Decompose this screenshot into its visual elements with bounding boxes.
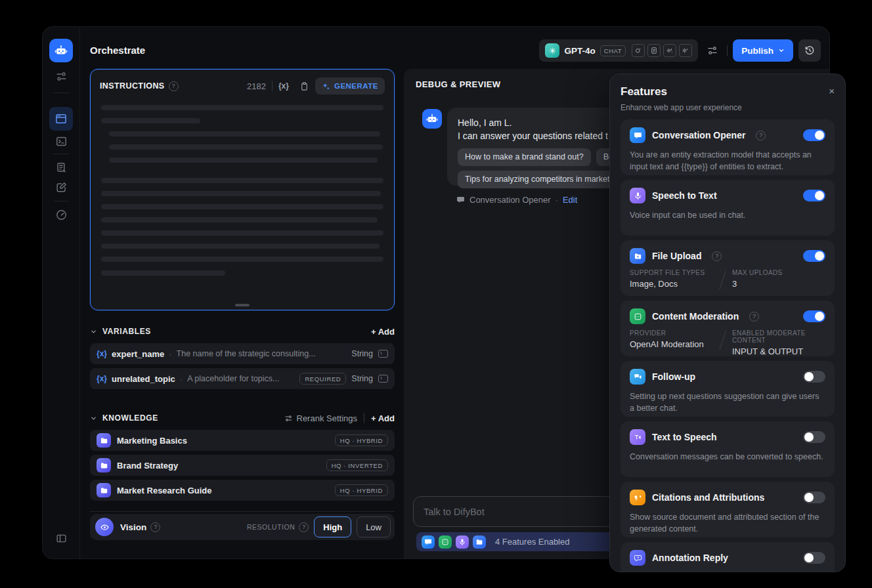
tune-icon [55,70,68,83]
insert-variable-button[interactable]: {x} [278,81,289,91]
feature-description: Setting up next questions suggestion can… [630,390,825,414]
knowledge-row[interactable]: Market Research Guide HQ · HYBRID [90,480,395,501]
text-input-icon [378,375,388,383]
variable-name: unrelated_topic [112,374,175,384]
model-name: GPT-4o [564,46,595,56]
sidebar-item-monitoring[interactable] [51,204,72,225]
feature-card-file-upload: File Upload ? SUPPORT FILE TYPES Image, … [621,240,835,296]
instructions-panel[interactable]: INSTRUCTIONS ? 2182 {x} [90,69,395,310]
features-subtitle: Enhance web app user experience [621,103,742,112]
chevron-down-icon[interactable] [90,328,97,335]
help-icon[interactable]: ? [712,251,722,261]
content-moderation-icon [630,308,645,324]
feature-description: Manually add high-quality reply as annot… [630,572,825,572]
help-icon[interactable]: ? [749,312,759,322]
slash-divider [719,331,726,350]
canvas: { "app": { "title": "Orchestrate" }, "to… [0,0,872,588]
speech-to-text-toggle[interactable] [803,190,825,201]
feature-title: File Upload [652,251,701,261]
close-icon[interactable]: × [829,86,835,96]
model-selector[interactable]: ✳ GPT-4o CHAT [539,39,698,62]
help-icon[interactable]: ? [169,81,179,91]
text-to-speech-toggle[interactable] [803,431,825,443]
resolution-high-button[interactable]: High [314,516,351,537]
copy-button[interactable] [299,81,309,91]
separator-dot: · [180,374,183,384]
help-icon[interactable]: ? [150,522,160,532]
help-icon[interactable]: ? [299,522,309,532]
skeleton-line [101,230,383,236]
variable-name: expert_name [112,349,164,359]
generate-button[interactable]: GENERATE [315,77,385,94]
feature-title: Citations and Attributions [652,492,764,503]
logs-icon [55,161,68,174]
feature-card-follow-up: Follow-up Setting up next questions sugg… [621,361,835,417]
sidebar-item-annotation[interactable] [51,177,72,198]
rerank-settings-label: Rerank Settings [297,413,358,423]
dataset-name: Marketing Basics [117,436,187,446]
model-capabilities [632,44,692,57]
bot-avatar [422,109,442,129]
features-card-list: Conversation Opener ? You are an entity … [621,119,835,572]
content-moderation-icon [439,536,452,549]
instructions-title: INSTRUCTIONS [100,81,165,91]
variable-row[interactable]: {x} expert_name · The name of the strate… [90,343,395,364]
resolution-low-button[interactable]: Low [357,516,391,537]
section-divider [90,511,395,512]
publish-button[interactable]: Publish [733,39,793,62]
resize-handle[interactable] [235,304,250,306]
sidebar-item-app-preview[interactable] [49,107,73,131]
variable-icon: {x} [97,374,107,383]
text-to-speech-icon [630,429,645,445]
document-capability-icon [647,44,661,57]
suggested-question-chip[interactable]: Tips for analyzing competitors in market [458,171,617,188]
robot-logo[interactable] [49,39,73,62]
knowledge-row[interactable]: Brand Strategy HQ · INVERTED [90,455,395,476]
edit-opener-link[interactable]: Edit [563,195,577,205]
citations-toggle[interactable] [803,492,825,503]
feature-title: Text to Speech [652,432,717,442]
follow-up-toggle[interactable] [803,371,825,383]
left-rail [43,27,80,558]
feature-title: Annotation Reply [652,553,728,563]
app-preview-icon [54,112,68,125]
content-moderation-toggle[interactable] [803,310,825,322]
file-upload-icon [473,536,486,549]
feature-description: You are an entity extraction model that … [630,149,825,173]
feature-description: Conversation messages can be converted t… [630,451,825,463]
collapse-panel-button[interactable] [51,528,72,549]
sidebar-item-logs[interactable] [51,157,72,178]
variable-description: The name of the strategic consulting... [177,349,347,358]
suggested-question-chip[interactable]: How to make a brand stand out? [458,148,591,166]
meta-label: ENABLED MODERATE CONTENT [732,329,825,344]
add-knowledge-button[interactable]: + Add [371,413,395,423]
rail-divider [53,154,69,154]
add-variable-button[interactable]: + Add [371,327,395,337]
sidebar-item-tune[interactable] [51,66,72,87]
knowledge-row[interactable]: Marketing Basics HQ · HYBRID [90,430,395,451]
variable-row[interactable]: {x} unrelated_topic · A placeholder for … [90,368,395,389]
page-title: Orchestrate [90,45,145,56]
feature-description: Show source document and attributed sect… [630,511,825,535]
retrieval-badge: HQ · HYBRID [335,434,388,446]
skeleton-line [101,204,383,209]
feature-title: Conversation Opener [652,130,745,140]
dataset-folder-icon [97,458,111,472]
file-upload-toggle[interactable] [803,250,825,262]
text-input-icon [378,350,388,358]
robot-icon [54,43,68,58]
sidebar-item-terminal[interactable] [51,131,72,152]
feature-card-text-to-speech: Text to Speech Conversation messages can… [621,421,835,477]
clipboard-icon [299,81,309,91]
resolution-label: RESOLUTION [247,523,295,531]
conversation-opener-toggle[interactable] [803,129,825,141]
meta-label: SUPPORT FILE TYPES [630,269,718,276]
help-icon[interactable]: ? [756,131,766,140]
history-button[interactable] [798,39,821,62]
variable-icon: {x} [97,349,107,358]
model-params-button[interactable] [703,41,722,60]
rerank-settings-button[interactable]: Rerank Settings [284,413,358,423]
annotation-reply-toggle[interactable] [803,552,825,564]
chevron-down-icon[interactable] [90,415,97,422]
speech-to-text-icon [630,188,645,203]
